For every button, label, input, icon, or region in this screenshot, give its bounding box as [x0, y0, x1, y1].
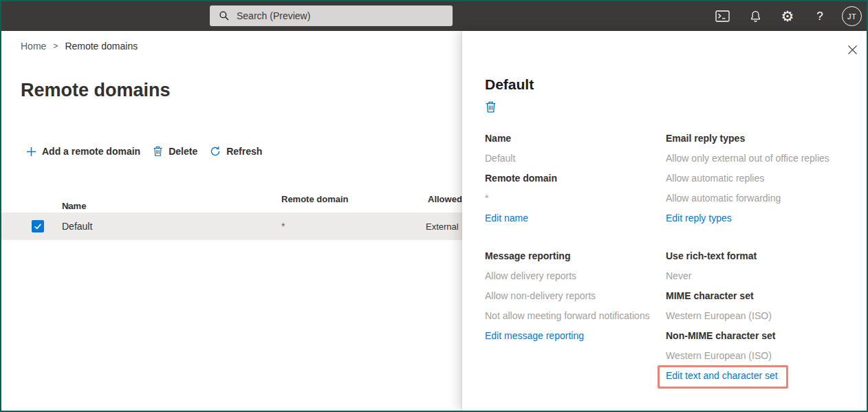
breadcrumb-current: Remote domains	[65, 41, 138, 52]
email-reply-value-3: Allow automatic forwarding	[666, 188, 851, 208]
plus-icon	[26, 147, 36, 157]
bell-icon	[750, 10, 761, 23]
remote-domain-label: Remote domain	[485, 169, 671, 188]
avatar-initials: JT	[847, 12, 856, 21]
email-reply-value-2: Allow automatic replies	[666, 169, 851, 188]
row-remote-domain: *	[281, 221, 285, 232]
email-reply-value-1: Allow only external out of office replie…	[666, 149, 851, 169]
field-group-email-reply: Email reply types Allow only external ou…	[666, 129, 851, 228]
help-icon: ?	[816, 10, 823, 23]
terminal-icon	[715, 10, 730, 22]
field-group-name: Name Default Remote domain * Edit name	[485, 129, 671, 228]
add-remote-domain-label: Add a remote domain	[42, 146, 140, 157]
column-header-remote-domain[interactable]: Remote domain	[281, 194, 349, 204]
breadcrumb: Home > Remote domains	[21, 41, 138, 52]
breadcrumb-home[interactable]: Home	[21, 41, 46, 52]
field-group-message-reporting: Message reporting Allow delivery reports…	[485, 246, 671, 346]
help-button[interactable]: ?	[808, 1, 832, 31]
cloud-shell-button[interactable]	[710, 1, 734, 31]
mime-charset-value: Western European (ISO)	[666, 306, 851, 326]
non-mime-charset-label: Non-MIME character set	[666, 326, 851, 346]
message-reporting-value-2: Allow non-delivery reports	[485, 286, 671, 306]
email-reply-label: Email reply types	[666, 129, 851, 149]
settings-button[interactable]: ⚙	[776, 1, 799, 31]
remote-domain-value: *	[485, 188, 671, 208]
refresh-icon	[210, 146, 221, 157]
avatar[interactable]: JT	[842, 6, 862, 26]
notifications-button[interactable]	[744, 1, 767, 31]
add-remote-domain-button[interactable]: Add a remote domain	[26, 146, 140, 157]
rich-text-label: Use rich-text format	[666, 246, 851, 266]
search-input[interactable]: Search (Preview)	[210, 6, 453, 26]
sort-ascending-icon: ↑	[66, 201, 71, 211]
edit-text-character-set-link[interactable]: Edit text and character set	[666, 366, 851, 386]
message-reporting-value-3: Not allow meeting forward notifications	[485, 306, 671, 326]
row-checkbox[interactable]	[32, 220, 44, 232]
checkmark-icon	[33, 221, 43, 231]
row-allowed: External	[426, 221, 459, 232]
edit-message-reporting-link[interactable]: Edit message reporting	[485, 326, 671, 346]
trash-icon	[153, 146, 163, 157]
search-icon	[219, 10, 230, 21]
name-value: Default	[485, 149, 671, 169]
top-bar: Search (Preview) ⚙ ? JT	[1, 1, 867, 31]
gear-icon: ⚙	[781, 8, 794, 25]
trash-icon	[485, 100, 497, 113]
refresh-button[interactable]: Refresh	[210, 146, 262, 157]
refresh-label: Refresh	[226, 146, 262, 157]
non-mime-charset-value: Western European (ISO)	[666, 346, 851, 366]
delete-label: Delete	[169, 146, 197, 157]
page-title: Remote domains	[21, 80, 171, 101]
delete-button[interactable]: Delete	[153, 146, 197, 157]
search-placeholder: Search (Preview)	[237, 10, 310, 21]
message-reporting-label: Message reporting	[485, 246, 671, 266]
name-label: Name	[485, 129, 671, 149]
row-name: Default	[62, 221, 92, 232]
panel-delete-button[interactable]	[485, 100, 497, 116]
edit-reply-types-link[interactable]: Edit reply types	[666, 208, 851, 228]
breadcrumb-separator-icon: >	[53, 41, 58, 51]
message-reporting-value-1: Allow delivery reports	[485, 266, 671, 286]
panel-title: Default	[485, 76, 534, 93]
detail-panel: Default Name Default Remote domain * Edi…	[462, 31, 868, 412]
mime-charset-label: MIME character set	[666, 286, 851, 306]
exchange-admin-window: Search (Preview) ⚙ ? JT Home > R	[0, 0, 868, 412]
edit-name-link[interactable]: Edit name	[485, 208, 671, 228]
field-group-text-format: Use rich-text format Never MIME characte…	[666, 246, 851, 386]
close-icon	[847, 45, 858, 55]
close-button[interactable]	[846, 43, 858, 56]
rich-text-value: Never	[666, 266, 851, 286]
toolbar: Add a remote domain Delete Refresh	[26, 142, 262, 160]
